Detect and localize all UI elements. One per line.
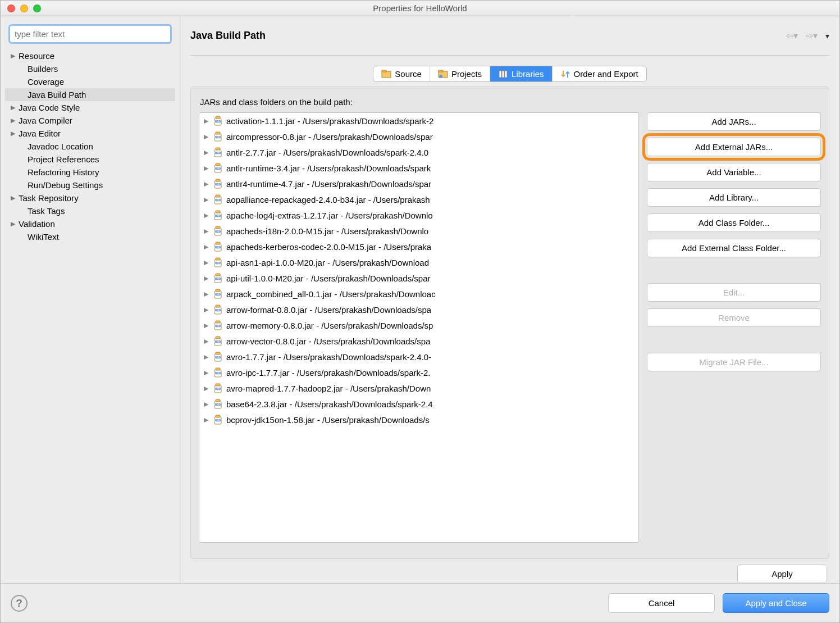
- svg-rect-27: [216, 179, 220, 181]
- sidebar-item-java-editor[interactable]: ▶Java Editor: [5, 127, 175, 140]
- sidebar-item-java-code-style[interactable]: ▶Java Code Style: [5, 101, 175, 114]
- properties-window: Properties for HelloWorld ▶ResourceBuild…: [0, 0, 840, 623]
- sidebar-item-label: Java Build Path: [19, 90, 86, 99]
- sidebar-item-label: Task Tags: [19, 206, 65, 216]
- tab-label: Order and Export: [574, 69, 638, 79]
- sidebar-item-project-references[interactable]: Project References: [5, 153, 175, 166]
- sidebar-item-resource[interactable]: ▶Resource: [5, 49, 175, 62]
- svg-rect-79: [216, 384, 220, 386]
- jar-label: antlr-2.7.7.jar - /Users/prakash/Downloa…: [226, 148, 428, 157]
- jar-label: apache-log4j-extras-1.2.17.jar - /Users/…: [226, 211, 433, 220]
- side-button-column: Add JARs... Add External JARs... Add Var…: [647, 112, 821, 543]
- add-external-class-folder-button[interactable]: Add External Class Folder...: [647, 239, 821, 257]
- svg-rect-1: [382, 70, 386, 72]
- jar-entry[interactable]: ▶010base64-2.3.8.jar - /Users/prakash/Do…: [199, 396, 638, 412]
- jar-entry[interactable]: ▶010arpack_combined_all-0.1.jar - /Users…: [199, 286, 638, 302]
- tab-order-and-export[interactable]: Order and Export: [553, 66, 646, 81]
- jar-icon: 010: [213, 367, 223, 378]
- edit-button[interactable]: Edit...: [647, 283, 821, 302]
- category-tree[interactable]: ▶ResourceBuildersCoverageJava Build Path…: [5, 49, 175, 576]
- jar-entry[interactable]: ▶010apache-log4j-extras-1.2.17.jar - /Us…: [199, 207, 638, 223]
- svg-rect-5: [499, 71, 501, 78]
- sidebar-item-validation[interactable]: ▶Validation: [5, 217, 175, 230]
- nav-forward-button[interactable]: ⇨▾: [804, 29, 820, 42]
- view-menu-button[interactable]: ▾: [825, 31, 829, 40]
- sidebar-item-coverage[interactable]: Coverage: [5, 75, 175, 88]
- jar-list[interactable]: ▶010activation-1.1.1.jar - /Users/prakas…: [199, 112, 639, 543]
- category-sidebar: ▶ResourceBuildersCoverageJava Build Path…: [1, 16, 180, 583]
- migrate-jar-button[interactable]: Migrate JAR File...: [647, 353, 821, 371]
- add-jars-button[interactable]: Add JARs...: [647, 112, 821, 131]
- svg-rect-51: [216, 274, 220, 276]
- jar-entry[interactable]: ▶010avro-ipc-1.7.7.jar - /Users/prakash/…: [199, 365, 638, 380]
- jar-entry[interactable]: ▶010apacheds-i18n-2.0.0-M15.jar - /Users…: [199, 223, 638, 239]
- libraries-tab-icon: [498, 70, 508, 79]
- sidebar-item-label: Resource: [19, 51, 54, 61]
- disclosure-triangle-icon: ▶: [203, 259, 209, 266]
- svg-rect-35: [216, 211, 220, 213]
- cancel-button[interactable]: Cancel: [608, 593, 715, 613]
- tab-label: Source: [395, 69, 422, 79]
- add-variable-button[interactable]: Add Variable...: [647, 163, 821, 181]
- sidebar-item-javadoc-location[interactable]: Javadoc Location: [5, 140, 175, 153]
- tab-projects[interactable]: Projects: [430, 66, 490, 81]
- tab-source[interactable]: Source: [373, 66, 430, 81]
- sidebar-item-label: WikiText: [19, 232, 59, 242]
- sidebar-item-run-debug-settings[interactable]: Run/Debug Settings: [5, 179, 175, 192]
- remove-button[interactable]: Remove: [647, 308, 821, 327]
- jar-entry[interactable]: ▶010aopalliance-repackaged-2.4.0-b34.jar…: [199, 192, 638, 207]
- jar-icon: 010: [213, 115, 223, 126]
- svg-text:010: 010: [215, 183, 221, 186]
- svg-text:010: 010: [215, 245, 221, 249]
- help-button[interactable]: ?: [11, 595, 28, 612]
- tab-libraries[interactable]: Libraries: [490, 66, 553, 81]
- sidebar-item-task-tags[interactable]: Task Tags: [5, 204, 175, 217]
- sidebar-item-refactoring-history[interactable]: Refactoring History: [5, 166, 175, 179]
- disclosure-triangle-icon: ▶: [203, 338, 209, 345]
- jar-icon: 010: [213, 414, 223, 425]
- jar-entry[interactable]: ▶010activation-1.1.1.jar - /Users/prakas…: [199, 113, 638, 129]
- svg-rect-31: [216, 195, 220, 197]
- jar-label: avro-mapred-1.7.7-hadoop2.jar - /Users/p…: [226, 384, 431, 393]
- svg-text:010: 010: [215, 277, 221, 280]
- jar-entry[interactable]: ▶010avro-mapred-1.7.7-hadoop2.jar - /Use…: [199, 380, 638, 396]
- sidebar-item-builders[interactable]: Builders: [5, 62, 175, 75]
- disclosure-triangle-icon: ▶: [203, 275, 209, 282]
- jar-entry[interactable]: ▶010aircompressor-0.8.jar - /Users/praka…: [199, 129, 638, 144]
- jar-entry[interactable]: ▶010api-asn1-api-1.0.0-M20.jar - /Users/…: [199, 254, 638, 270]
- sidebar-item-label: Run/Debug Settings: [19, 180, 103, 190]
- add-class-folder-button[interactable]: Add Class Folder...: [647, 213, 821, 232]
- svg-text:010: 010: [215, 167, 221, 170]
- disclosure-triangle-icon: ▶: [203, 165, 209, 172]
- jar-entry[interactable]: ▶010arrow-format-0.8.0.jar - /Users/prak…: [199, 302, 638, 317]
- disclosure-triangle-icon: ▶: [203, 243, 209, 251]
- jar-entry[interactable]: ▶010bcprov-jdk15on-1.58.jar - /Users/pra…: [199, 412, 638, 428]
- sidebar-item-label: Task Repository: [19, 193, 79, 203]
- main-panel: Java Build Path ⇦▾ ⇨▾ ▾ SourceProjectsLi…: [180, 16, 839, 583]
- jar-entry[interactable]: ▶010antlr4-runtime-4.7.jar - /Users/prak…: [199, 176, 638, 192]
- apply-and-close-button[interactable]: Apply and Close: [723, 593, 829, 613]
- jar-entry[interactable]: ▶010apacheds-kerberos-codec-2.0.0-M15.ja…: [199, 239, 638, 254]
- add-library-button[interactable]: Add Library...: [647, 188, 821, 207]
- jar-label: antlr-runtime-3.4.jar - /Users/prakash/D…: [226, 163, 431, 173]
- jar-entry[interactable]: ▶010antlr-2.7.7.jar - /Users/prakash/Dow…: [199, 144, 638, 160]
- svg-text:010: 010: [215, 151, 221, 154]
- disclosure-triangle-icon: ▶: [203, 369, 209, 376]
- disclosure-triangle-icon: ▶: [203, 401, 209, 408]
- jar-entry[interactable]: ▶010antlr-runtime-3.4.jar - /Users/praka…: [199, 160, 638, 176]
- sidebar-item-task-repository[interactable]: ▶Task Repository: [5, 192, 175, 204]
- jar-entry[interactable]: ▶010api-util-1.0.0-M20.jar - /Users/prak…: [199, 270, 638, 286]
- jar-entry[interactable]: ▶010arrow-vector-0.8.0.jar - /Users/prak…: [199, 333, 638, 349]
- sidebar-item-java-compiler[interactable]: ▶Java Compiler: [5, 114, 175, 127]
- jar-label: aopalliance-repackaged-2.4.0-b34.jar - /…: [226, 195, 430, 204]
- svg-rect-55: [216, 289, 220, 292]
- jar-icon: 010: [213, 335, 223, 347]
- filter-input[interactable]: [8, 24, 172, 44]
- sidebar-item-java-build-path[interactable]: Java Build Path: [5, 88, 175, 101]
- nav-back-button[interactable]: ⇦▾: [784, 29, 800, 42]
- apply-button[interactable]: Apply: [737, 565, 827, 583]
- sidebar-item-wikitext[interactable]: WikiText: [5, 230, 175, 243]
- jar-entry[interactable]: ▶010avro-1.7.7.jar - /Users/prakash/Down…: [199, 349, 638, 365]
- add-external-jars-button[interactable]: Add External JARs...: [647, 138, 821, 156]
- jar-entry[interactable]: ▶010arrow-memory-0.8.0.jar - /Users/prak…: [199, 317, 638, 333]
